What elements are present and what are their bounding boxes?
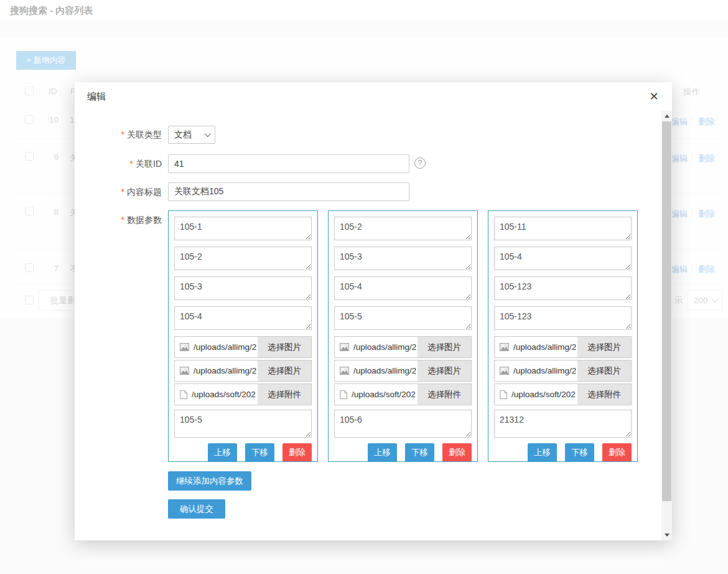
param-panels: 105-1 105-2 105-3 105-4 /uploads/allimg/… [168, 210, 638, 462]
file-path[interactable]: /uploads/allimg/2 [194, 342, 258, 352]
document-icon [180, 390, 187, 399]
submit-button[interactable]: 确认提交 [168, 499, 225, 519]
image-icon [340, 343, 349, 351]
image-icon [500, 343, 509, 351]
relation-type-label: *关联类型 [92, 129, 162, 141]
delete-param-button[interactable]: 删除 [602, 443, 632, 462]
param-textarea[interactable]: 105-4 [494, 247, 632, 270]
image-upload-row: /uploads/allimg/2 选择图片 [334, 360, 472, 382]
choose-attachment-button[interactable]: 选择附件 [577, 384, 631, 405]
image-icon [180, 343, 189, 351]
relation-type-select[interactable]: 文档 [168, 126, 215, 144]
modal-scrollbar[interactable] [661, 111, 672, 540]
modal-title: 编辑 [87, 91, 106, 103]
param-textarea[interactable]: 105-2 [334, 217, 472, 240]
file-path[interactable]: /uploads/allimg/2 [513, 366, 577, 375]
required-asterisk: * [130, 159, 133, 169]
choose-image-button[interactable]: 选择图片 [418, 337, 471, 357]
image-icon [500, 367, 509, 375]
image-icon [340, 367, 349, 375]
choose-image-button[interactable]: 选择图片 [418, 360, 471, 381]
relation-id-label: *关联ID [92, 159, 162, 170]
image-upload-row: /uploads/allimg/2 选择图片 [334, 336, 472, 358]
move-up-button[interactable]: 上移 [368, 443, 397, 462]
file-path[interactable]: /uploads/soft/202 [511, 390, 577, 399]
relation-id-input[interactable] [168, 154, 409, 173]
param-textarea[interactable]: 105-4 [334, 276, 472, 300]
param-textarea[interactable]: 105-4 [174, 306, 312, 330]
choose-image-button[interactable]: 选择图片 [577, 360, 631, 381]
param-panel-2: 105-2 105-3 105-4 105-5 /uploads/allimg/… [328, 210, 478, 462]
choose-image-button[interactable]: 选择图片 [577, 337, 631, 357]
content-title-input[interactable] [168, 182, 409, 201]
chevron-down-icon [205, 131, 211, 137]
file-path[interactable]: /uploads/allimg/2 [513, 342, 577, 352]
panel-actions: 上移 下移 删除 [494, 443, 632, 462]
file-path[interactable]: /uploads/allimg/2 [353, 342, 418, 352]
delete-param-button[interactable]: 删除 [442, 443, 472, 462]
panel-actions: 上移 下移 删除 [334, 443, 472, 462]
image-upload-row: /uploads/allimg/2 选择图片 [174, 360, 312, 382]
content-title-label: *内容标题 [92, 187, 162, 198]
param-textarea[interactable]: 105-3 [334, 247, 472, 270]
file-path[interactable]: /uploads/allimg/2 [353, 366, 418, 375]
app-root: 搜狗搜索 - 内容列表 + 新增内容 ID P 操作 10 1 编辑 删除 9 … [0, 0, 728, 574]
scroll-up-icon[interactable] [661, 111, 672, 121]
move-up-button[interactable]: 上移 [528, 443, 557, 462]
image-upload-row: /uploads/allimg/2 选择图片 [494, 336, 632, 358]
param-panel-1: 105-1 105-2 105-3 105-4 /uploads/allimg/… [168, 210, 318, 462]
param-textarea[interactable]: 105-123 [494, 276, 632, 300]
help-icon[interactable]: ? [414, 158, 426, 169]
choose-attachment-button[interactable]: 选择附件 [418, 384, 471, 405]
required-asterisk: * [121, 215, 124, 225]
add-more-params-button[interactable]: 继续添加内容参数 [168, 471, 251, 491]
param-textarea[interactable]: 105-1 [174, 217, 312, 240]
image-upload-row: /uploads/allimg/2 选择图片 [494, 360, 632, 382]
file-path[interactable]: /uploads/soft/202 [352, 390, 418, 399]
move-up-button[interactable]: 上移 [208, 443, 237, 462]
param-textarea[interactable]: 21312 [494, 410, 632, 438]
param-textarea[interactable]: 105-6 [334, 410, 472, 438]
edit-modal: 编辑 ✕ *关联类型 文档 *关联ID ? *内容标题 *数据参数 105-1 [75, 82, 672, 540]
param-textarea[interactable]: 105-123 [494, 306, 632, 330]
file-path[interactable]: /uploads/allimg/2 [194, 366, 258, 375]
panel-actions: 上移 下移 删除 [174, 443, 312, 462]
document-icon [340, 390, 347, 399]
required-asterisk: * [121, 129, 124, 139]
image-upload-row: /uploads/allimg/2 选择图片 [174, 336, 312, 358]
image-icon [180, 367, 189, 375]
close-icon[interactable]: ✕ [646, 88, 662, 105]
move-down-button[interactable]: 下移 [405, 443, 434, 462]
choose-image-button[interactable]: 选择图片 [258, 337, 311, 357]
scroll-down-icon[interactable] [661, 530, 672, 540]
relation-type-value: 文档 [174, 129, 192, 141]
param-textarea[interactable]: 105-5 [334, 306, 472, 330]
attachment-upload-row: /uploads/soft/202 选择附件 [494, 383, 632, 405]
param-textarea[interactable]: 105-5 [174, 410, 312, 438]
document-icon [500, 390, 507, 399]
attachment-upload-row: /uploads/soft/202 选择附件 [174, 383, 312, 405]
param-textarea[interactable]: 105-11 [494, 217, 632, 240]
choose-attachment-button[interactable]: 选择附件 [258, 384, 311, 405]
scrollbar-thumb[interactable] [662, 121, 671, 501]
param-textarea[interactable]: 105-3 [174, 276, 312, 300]
param-textarea[interactable]: 105-2 [174, 247, 312, 270]
move-down-button[interactable]: 下移 [245, 443, 274, 462]
file-path[interactable]: /uploads/soft/202 [192, 390, 258, 399]
choose-image-button[interactable]: 选择图片 [258, 360, 311, 381]
data-params-label: *数据参数 [92, 215, 162, 226]
attachment-upload-row: /uploads/soft/202 选择附件 [334, 383, 472, 405]
delete-param-button[interactable]: 删除 [282, 443, 312, 462]
param-panel-3: 105-11 105-4 105-123 105-123 /uploads/al… [488, 210, 638, 462]
move-down-button[interactable]: 下移 [565, 443, 594, 462]
required-asterisk: * [121, 187, 124, 197]
